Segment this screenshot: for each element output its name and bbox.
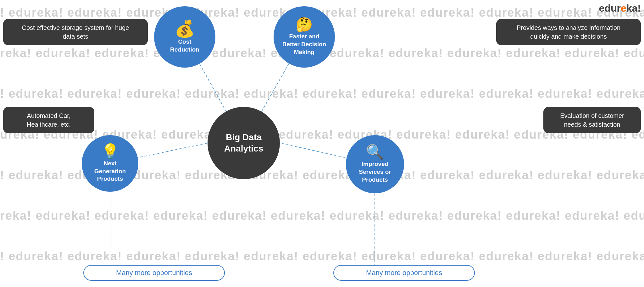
pill-right[interactable]: Many more opportunities xyxy=(333,265,475,281)
improved-services-circle: 🔍 ImprovedServices orProducts xyxy=(346,135,404,193)
next-gen-label: NextGenerationProducts xyxy=(94,160,126,183)
center-circle-label: Big Data Analytics xyxy=(224,132,264,155)
faster-decision-circle: 🤔 Faster andBetter DecisionMaking xyxy=(274,6,335,68)
faster-decision-label: Faster andBetter DecisionMaking xyxy=(282,33,326,56)
cost-reduction-icon: 💰 xyxy=(175,20,195,37)
pill-left-label: Many more opportunities xyxy=(116,269,192,277)
improved-services-label: ImprovedServices orProducts xyxy=(359,160,391,184)
pill-left[interactable]: Many more opportunities xyxy=(83,265,225,281)
big-data-analytics-circle: Big Data Analytics xyxy=(208,107,280,179)
cost-reduction-label: CostReduction xyxy=(170,38,199,53)
desc-customer-box: Evaluation of customerneeds & satisfacti… xyxy=(543,107,641,133)
desc-auto-box: Automated Car,Healthcare, etc. xyxy=(3,107,94,133)
desc-decision-text: Provides ways to analyze informationquic… xyxy=(517,24,620,40)
edureka-logo: edureka! xyxy=(599,3,641,14)
cost-reduction-circle: 💰 CostReduction xyxy=(154,6,215,68)
desc-auto-text: Automated Car,Healthcare, etc. xyxy=(27,112,71,128)
improved-services-icon: 🔍 xyxy=(366,145,384,159)
desc-cost-text: Cost effective storage system for hugeda… xyxy=(22,24,129,40)
pill-right-label: Many more opportunities xyxy=(366,269,442,277)
desc-cost-box: Cost effective storage system for hugeda… xyxy=(3,19,148,45)
next-gen-icon: 💡 xyxy=(101,144,119,158)
next-gen-circle: 💡 NextGenerationProducts xyxy=(82,135,138,192)
desc-customer-text: Evaluation of customerneeds & satisfacti… xyxy=(560,112,624,128)
desc-decision-box: Provides ways to analyze informationquic… xyxy=(496,19,641,45)
faster-decision-icon: 🤔 xyxy=(296,18,313,31)
